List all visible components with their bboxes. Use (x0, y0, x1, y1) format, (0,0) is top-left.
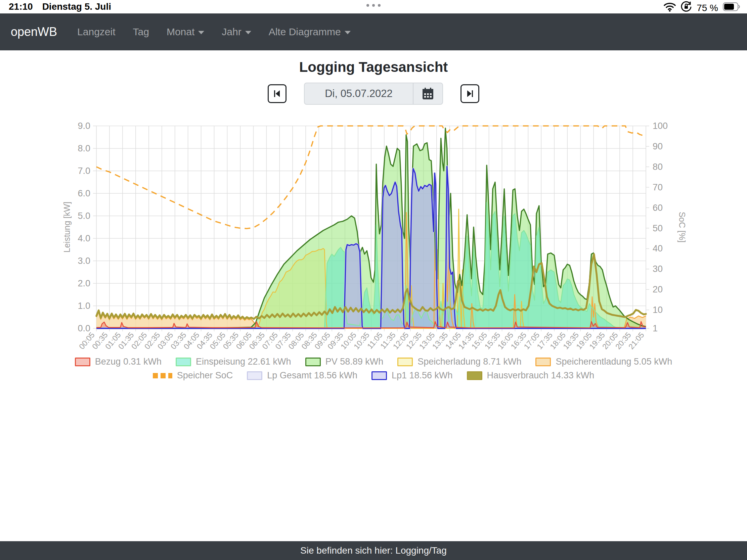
legend-item-bezug[interactable]: Bezug 0.31 kWh (75, 356, 161, 367)
legend-label: Lp1 18.56 kWh (392, 370, 453, 381)
legend-swatch (247, 371, 262, 380)
nav-item-monat[interactable]: Monat (166, 26, 204, 37)
previous-day-button[interactable] (268, 84, 286, 103)
legend-item-entladung[interactable]: Speicherentladung 5.05 kWh (535, 356, 672, 367)
legend-swatch-dashed (153, 372, 172, 379)
legend-label: PV 58.89 kWh (326, 356, 384, 367)
legend-item-soc[interactable]: Speicher SoC (153, 370, 233, 381)
nav-item-label: Monat (166, 26, 195, 37)
nav-item-alte-diagramme[interactable]: Alte Diagramme (269, 26, 351, 37)
svg-text:90: 90 (653, 141, 663, 152)
nav-item-jahr[interactable]: Jahr (222, 26, 251, 37)
app-window: 00:0500:3501:0501:3502:0502:3503:0503:35… (0, 0, 747, 560)
nav-item-label: Langzeit (77, 26, 115, 37)
legend-swatch (535, 357, 551, 366)
legend-item-haus[interactable]: Hausverbrauch 14.33 kWh (467, 370, 594, 381)
legend-swatch (397, 357, 413, 366)
chart-canvas[interactable]: 00:0500:3501:0501:3502:0502:3503:0503:35… (0, 0, 747, 356)
svg-text:80: 80 (653, 162, 663, 172)
page-title: Logging Tagesansicht (0, 59, 747, 75)
status-bar: 21:10 Dienstag 5. Juli 75 % (0, 0, 747, 14)
svg-text:1.0: 1.0 (78, 301, 91, 311)
chart-legend: Bezug 0.31 kWhEinspeisung 22.61 kWhPV 58… (0, 356, 747, 381)
svg-text:7.0: 7.0 (78, 166, 91, 176)
nav-item-label: Alte Diagramme (269, 26, 341, 37)
chevron-down-icon (198, 31, 204, 34)
svg-text:9.0: 9.0 (78, 121, 91, 131)
battery-icon (723, 2, 740, 14)
svg-text:8.0: 8.0 (78, 143, 91, 154)
status-time: 21:10 (9, 1, 33, 12)
chevron-down-icon (245, 31, 251, 34)
legend-label: Lp Gesamt 18.56 kWh (267, 370, 357, 381)
svg-text:70: 70 (653, 182, 663, 192)
svg-text:6.0: 6.0 (78, 188, 91, 198)
brand-logo[interactable]: openWB (11, 25, 57, 39)
nav-item-tag[interactable]: Tag (133, 26, 149, 37)
legend-item-einspeisung[interactable]: Einspeisung 22.61 kWh (176, 356, 291, 367)
legend-label: Speicherentladung 5.05 kWh (556, 356, 672, 367)
legend-item-lp1[interactable]: Lp1 18.56 kWh (371, 370, 453, 381)
svg-text:SoC [%]: SoC [%] (677, 212, 687, 243)
legend-swatch (305, 357, 321, 366)
wifi-icon (664, 2, 676, 14)
breadcrumb: Sie befinden sich hier: Logging/Tag (300, 545, 447, 556)
chevron-down-icon (344, 31, 351, 34)
legend-label: Speicherladung 8.71 kWh (417, 356, 521, 367)
legend-item-lpg[interactable]: Lp Gesamt 18.56 kWh (247, 370, 357, 381)
svg-text:Leistung [kW]: Leistung [kW] (62, 202, 72, 252)
legend-row-2: Speicher SoCLp Gesamt 18.56 kWhLp1 18.56… (153, 370, 594, 381)
legend-label: Hausverbrauch 14.33 kWh (487, 370, 594, 381)
legend-item-pv[interactable]: PV 58.89 kWh (305, 356, 384, 367)
status-date: Dienstag 5. Juli (42, 1, 111, 12)
svg-text:5.0: 5.0 (78, 211, 91, 221)
nav-item-label: Jahr (222, 26, 241, 37)
logging-day-chart: 00:0500:3501:0501:3502:0502:3503:0503:35… (0, 0, 747, 356)
svg-text:40: 40 (653, 243, 663, 254)
legend-label: Bezug 0.31 kWh (95, 356, 161, 367)
next-day-button[interactable] (461, 84, 479, 103)
orientation-lock-icon (680, 1, 692, 15)
multitask-dots-icon (366, 4, 381, 7)
date-value: Di, 05.07.2022 (305, 88, 413, 100)
svg-text:30: 30 (653, 264, 663, 274)
calendar-icon[interactable] (413, 83, 442, 104)
svg-text:4.0: 4.0 (78, 233, 91, 243)
svg-text:0.0: 0.0 (78, 323, 91, 334)
svg-text:100: 100 (653, 121, 668, 131)
legend-label: Speicher SoC (177, 370, 233, 381)
legend-swatch (176, 357, 191, 366)
nav-item-langzeit[interactable]: Langzeit (77, 26, 115, 37)
nav-menu: LangzeitTagMonatJahrAlte Diagramme (77, 26, 351, 37)
nav-item-label: Tag (133, 26, 149, 37)
battery-percent: 75 % (697, 3, 718, 14)
legend-row-1: Bezug 0.31 kWhEinspeisung 22.61 kWhPV 58… (75, 356, 672, 367)
legend-label: Einspeisung 22.61 kWh (196, 356, 291, 367)
top-navbar: openWB LangzeitTagMonatJahrAlte Diagramm… (0, 14, 747, 50)
date-input[interactable]: Di, 05.07.2022 (304, 83, 443, 105)
legend-swatch (75, 357, 91, 366)
svg-text:1: 1 (653, 323, 658, 334)
step-backward-icon (273, 89, 281, 98)
svg-text:20: 20 (653, 284, 663, 294)
breadcrumb-bar: Sie befinden sich hier: Logging/Tag (0, 541, 747, 560)
step-forward-icon (466, 89, 474, 98)
legend-swatch (371, 371, 387, 380)
svg-text:10: 10 (653, 305, 663, 315)
svg-text:60: 60 (653, 203, 663, 213)
legend-swatch (467, 371, 482, 380)
svg-text:2.0: 2.0 (78, 278, 91, 288)
date-navigation: Di, 05.07.2022 (0, 83, 747, 105)
svg-text:3.0: 3.0 (78, 256, 91, 266)
svg-text:50: 50 (653, 223, 663, 233)
legend-item-ladung[interactable]: Speicherladung 8.71 kWh (397, 356, 521, 367)
